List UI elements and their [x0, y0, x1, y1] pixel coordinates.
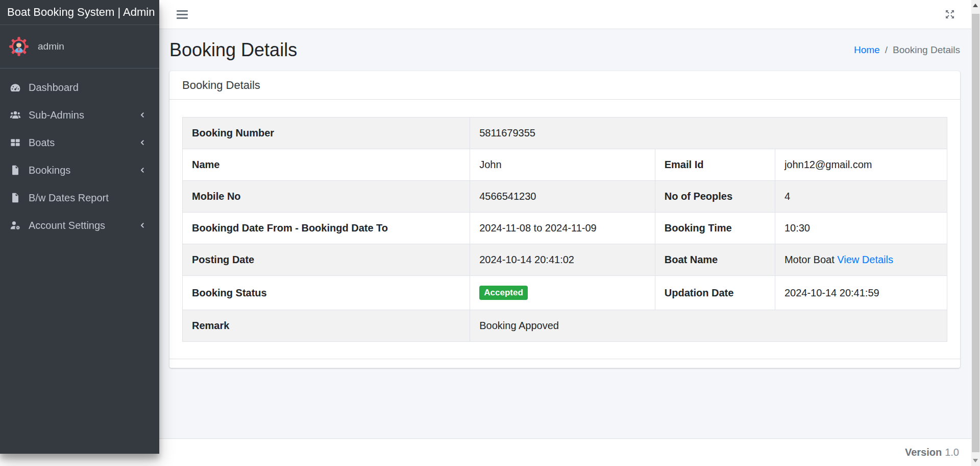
- detail-label: Bookingd Date From - Bookingd Date To: [183, 213, 470, 244]
- table-row: Bookingd Date From - Bookingd Date To 20…: [183, 213, 947, 244]
- sidebar-item-label: Sub-Admins: [29, 109, 84, 121]
- detail-label: Boat Name: [655, 244, 775, 276]
- table-icon: [8, 137, 22, 148]
- sidebar-item-boats[interactable]: Boats: [0, 129, 159, 156]
- detail-value: john12@gmail.com: [775, 149, 947, 181]
- detail-value: 10:30: [775, 213, 947, 244]
- sidebar-item-label: Account Settings: [29, 220, 105, 231]
- detail-label: Name: [183, 149, 470, 181]
- sidebar-item-account-settings[interactable]: Account Settings: [0, 212, 159, 239]
- detail-label: Booking Time: [655, 213, 775, 244]
- scrollbar[interactable]: [971, 0, 980, 466]
- user-panel: admin: [0, 25, 159, 68]
- content-area: Booking Details Home / Booking Details B…: [159, 29, 971, 438]
- booking-details-card: Booking Details Booking Number 581167935…: [169, 71, 960, 368]
- sidebar-item-label: Boats: [29, 137, 55, 149]
- card-body: Booking Number 5811679355 Name John Emai…: [169, 100, 960, 359]
- boat-name-text: Motor Boat: [785, 254, 835, 265]
- detail-label: Booking Number: [183, 118, 470, 149]
- table-row: Posting Date 2024-10-14 20:41:02 Boat Na…: [183, 244, 947, 276]
- version-label: Version: [905, 447, 942, 458]
- card-title: Booking Details: [169, 71, 960, 100]
- scroll-up-arrow-icon[interactable]: [973, 4, 978, 7]
- table-row: Remark Booking Appoved: [183, 310, 947, 342]
- detail-label: No of Peoples: [655, 181, 775, 213]
- chevron-left-icon: [139, 111, 146, 119]
- page-title: Booking Details: [169, 39, 297, 61]
- tachometer-icon: [8, 82, 22, 93]
- table-row: Name John Email Id john12@gmail.com: [183, 149, 947, 181]
- scrollbar-thumb[interactable]: [972, 14, 979, 452]
- detail-value: 4566541230: [470, 181, 655, 213]
- version-value: 1.0: [945, 447, 959, 458]
- users-icon: [8, 109, 22, 121]
- sidebar-menu: Dashboard Sub-Admins Boats Booking: [0, 68, 159, 239]
- user-gear-icon: [8, 220, 22, 231]
- detail-value: 2024-10-14 20:41:02: [470, 244, 655, 276]
- detail-value: John: [470, 149, 655, 181]
- menu-toggle-icon[interactable]: [176, 8, 189, 21]
- avatar: [8, 36, 30, 57]
- breadcrumb: Home / Booking Details: [854, 44, 960, 56]
- table-row: Booking Status Accepted Updation Date 20…: [183, 276, 947, 310]
- detail-label: Mobile No: [183, 181, 470, 213]
- detail-value: 2024-10-14 20:41:59: [775, 276, 947, 310]
- sidebar-item-bw-dates-report[interactable]: B/w Dates Report: [0, 184, 159, 212]
- content-header: Booking Details Home / Booking Details: [169, 39, 960, 61]
- brand-title: Boat Booking System | Admin: [7, 6, 155, 19]
- detail-value: Booking Appoved: [470, 310, 947, 342]
- booking-details-table: Booking Number 5811679355 Name John Emai…: [182, 117, 947, 342]
- sidebar-item-label: Bookings: [29, 165, 70, 176]
- detail-label: Email Id: [655, 149, 775, 181]
- chevron-left-icon: [139, 139, 146, 146]
- detail-value: Accepted: [470, 276, 655, 310]
- file-icon: [8, 165, 22, 176]
- detail-value: 4: [775, 181, 947, 213]
- detail-label: Booking Status: [183, 276, 470, 310]
- card-footer: [169, 359, 960, 368]
- scroll-down-arrow-icon[interactable]: [973, 459, 978, 462]
- main-area: Booking Details Home / Booking Details B…: [159, 0, 971, 466]
- status-badge: Accepted: [479, 286, 528, 300]
- fullscreen-icon[interactable]: [944, 8, 956, 20]
- table-row: Mobile No 4566541230 No of Peoples 4: [183, 181, 947, 213]
- sidebar-item-label: B/w Dates Report: [29, 192, 109, 204]
- sidebar-user-name[interactable]: admin: [38, 41, 64, 52]
- sidebar-item-bookings[interactable]: Bookings: [0, 156, 159, 184]
- top-navbar: [159, 0, 971, 29]
- breadcrumb-separator: /: [885, 44, 888, 56]
- sidebar-item-label: Dashboard: [29, 82, 79, 94]
- detail-value: 5811679355: [470, 118, 947, 149]
- detail-label: Remark: [183, 310, 470, 342]
- brand-link[interactable]: Boat Booking System | Admin: [0, 0, 159, 25]
- breadcrumb-home-link[interactable]: Home: [854, 44, 880, 55]
- detail-label: Updation Date: [655, 276, 775, 310]
- breadcrumb-current: Booking Details: [893, 44, 960, 56]
- chevron-left-icon: [139, 167, 146, 174]
- sidebar-item-dashboard[interactable]: Dashboard: [0, 74, 159, 101]
- detail-value: 2024-11-08 to 2024-11-09: [470, 213, 655, 244]
- view-details-link[interactable]: View Details: [837, 254, 893, 265]
- detail-label: Posting Date: [183, 244, 470, 276]
- sidebar-item-sub-admins[interactable]: Sub-Admins: [0, 101, 159, 129]
- detail-value: Motor Boat View Details: [775, 244, 947, 276]
- table-row: Booking Number 5811679355: [183, 118, 947, 149]
- sidebar: Boat Booking System | Admin: [0, 0, 159, 454]
- file-icon: [8, 192, 22, 203]
- version-text: Version1.0: [905, 447, 959, 458]
- chevron-left-icon: [139, 222, 146, 229]
- footer: Version1.0: [159, 438, 971, 466]
